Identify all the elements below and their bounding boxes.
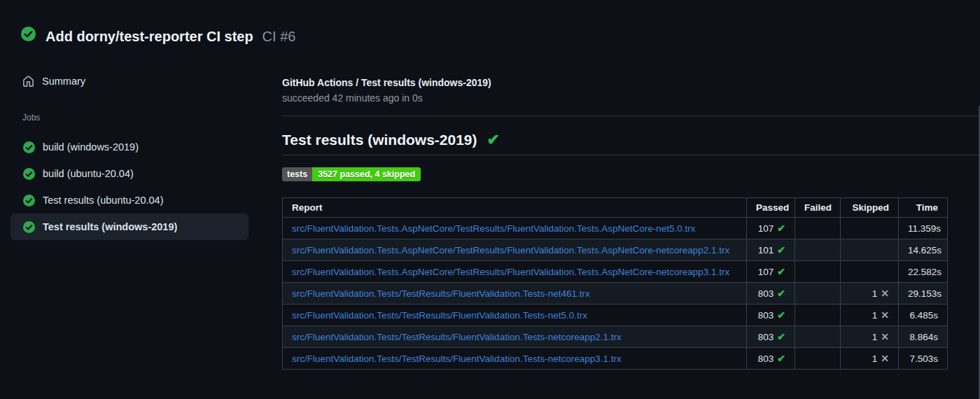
run-header: Add dorny/test-reporter CI step CI #6: [0, 0, 980, 47]
column-header-skipped: Skipped: [841, 198, 899, 218]
report-link[interactable]: src/FluentValidation.Tests.AspNetCore/Te…: [292, 267, 729, 277]
run-number: CI #6: [262, 29, 296, 44]
report-heading: Test results (windows-2019) ✔: [282, 132, 980, 155]
time-value: 6.485s: [909, 310, 938, 321]
skipped-count: 1: [872, 288, 878, 299]
table-header-row: Report Passed Failed Skipped Time: [283, 198, 948, 218]
report-link[interactable]: src/FluentValidation.Tests/TestResults/F…: [292, 288, 590, 299]
report-link[interactable]: src/FluentValidation.Tests/TestResults/F…: [292, 310, 587, 321]
sidebar-item-job-build-windows[interactable]: build (windows-2019): [10, 134, 248, 160]
job-label: Test results (windows-2019): [43, 221, 177, 232]
passed-count: 803: [758, 332, 774, 342]
check-status-line: succeeded 42 minutes ago in 0s: [282, 92, 980, 104]
tests-badge: tests 3527 passed, 4 skipped: [282, 167, 421, 181]
passed-count: 101: [758, 245, 774, 255]
check-icon: ✔: [777, 223, 785, 234]
check-circle-icon: [23, 221, 35, 233]
job-label: build (windows-2019): [43, 141, 139, 153]
job-list: build (windows-2019) build (ubuntu-20.04…: [0, 134, 248, 240]
time-value: 14.625s: [908, 245, 941, 255]
column-header-passed: Passed: [747, 198, 795, 218]
skipped-count: 1: [872, 310, 878, 321]
column-header-report: Report: [283, 198, 747, 218]
report-title: Test results (windows-2019): [282, 132, 477, 148]
report-link[interactable]: src/FluentValidation.Tests.AspNetCore/Te…: [292, 245, 729, 255]
time-value: 11.359s: [908, 223, 941, 234]
table-row: src/FluentValidation.Tests.AspNetCore/Te…: [283, 261, 948, 283]
table-row: src/FluentValidation.Tests/TestResults/F…: [283, 326, 948, 348]
sidebar-summary-label: Summary: [42, 76, 85, 87]
check-circle-icon: [23, 141, 35, 153]
divider: [282, 115, 980, 116]
passed-count: 107: [758, 267, 774, 277]
check-icon: ✔: [777, 309, 785, 321]
skipped-count: 1: [872, 354, 878, 364]
sidebar-item-job-testresults-ubuntu[interactable]: Test results (ubuntu-20.04): [10, 187, 248, 214]
badge-label: tests: [282, 167, 312, 181]
report-link[interactable]: src/FluentValidation.Tests/TestResults/F…: [292, 354, 622, 364]
time-value: 7.503s: [909, 354, 938, 364]
check-run-content: GitHub Actions / Test results (windows-2…: [248, 74, 980, 370]
passed-count: 803: [758, 354, 774, 364]
home-icon: [22, 76, 34, 88]
check-icon: ✔: [777, 244, 785, 255]
passed-count: 803: [758, 310, 774, 321]
time-value: 8.864s: [909, 332, 938, 342]
sidebar-item-job-testresults-windows[interactable]: Test results (windows-2019): [10, 214, 248, 240]
check-icon: ✔: [777, 288, 785, 299]
table-row: src/FluentValidation.Tests.AspNetCore/Te…: [283, 218, 948, 239]
x-icon: ✕: [881, 353, 889, 364]
sidebar-item-summary[interactable]: Summary: [22, 74, 248, 89]
success-check-icon: ✔: [487, 132, 500, 148]
check-circle-icon: [23, 195, 35, 206]
check-icon: ✔: [777, 331, 785, 342]
table-row: src/FluentValidation.Tests/TestResults/F…: [283, 304, 948, 326]
table-row: src/FluentValidation.Tests.AspNetCore/Te…: [283, 239, 948, 261]
table-row: src/FluentValidation.Tests/TestResults/F…: [283, 348, 948, 370]
check-circle-icon: [23, 168, 35, 180]
time-value: 29.153s: [908, 288, 941, 299]
test-results-table: Report Passed Failed Skipped Time src/Fl…: [282, 197, 948, 370]
sidebar: Summary Jobs build (windows-2019) build …: [0, 74, 248, 370]
passed-count: 107: [758, 223, 774, 234]
run-title: Add dorny/test-reporter CI step: [46, 29, 253, 44]
passed-count: 803: [758, 288, 774, 299]
skipped-count: 1: [872, 332, 878, 342]
column-header-failed: Failed: [795, 198, 841, 218]
check-name: GitHub Actions / Test results (windows-2…: [282, 77, 980, 88]
check-icon: ✔: [777, 353, 785, 364]
report-link[interactable]: src/FluentValidation.Tests/TestResults/F…: [292, 332, 622, 342]
table-row: src/FluentValidation.Tests/TestResults/F…: [283, 283, 948, 304]
badge-value: 3527 passed, 4 skipped: [312, 167, 421, 181]
x-icon: ✕: [881, 309, 889, 321]
time-value: 22.582s: [908, 267, 941, 277]
check-icon: ✔: [777, 266, 785, 277]
job-label: Test results (ubuntu-20.04): [43, 195, 163, 206]
sidebar-item-job-build-ubuntu[interactable]: build (ubuntu-20.04): [10, 160, 248, 187]
x-icon: ✕: [881, 331, 889, 342]
x-icon: ✕: [881, 288, 889, 299]
check-circle-icon: [21, 27, 36, 41]
column-header-time: Time: [899, 198, 948, 218]
job-label: build (ubuntu-20.04): [43, 168, 134, 179]
jobs-section-label: Jobs: [22, 113, 248, 122]
run-title-line: Add dorny/test-reporter CI step CI #6: [46, 21, 295, 47]
report-link[interactable]: src/FluentValidation.Tests.AspNetCore/Te…: [292, 223, 696, 234]
